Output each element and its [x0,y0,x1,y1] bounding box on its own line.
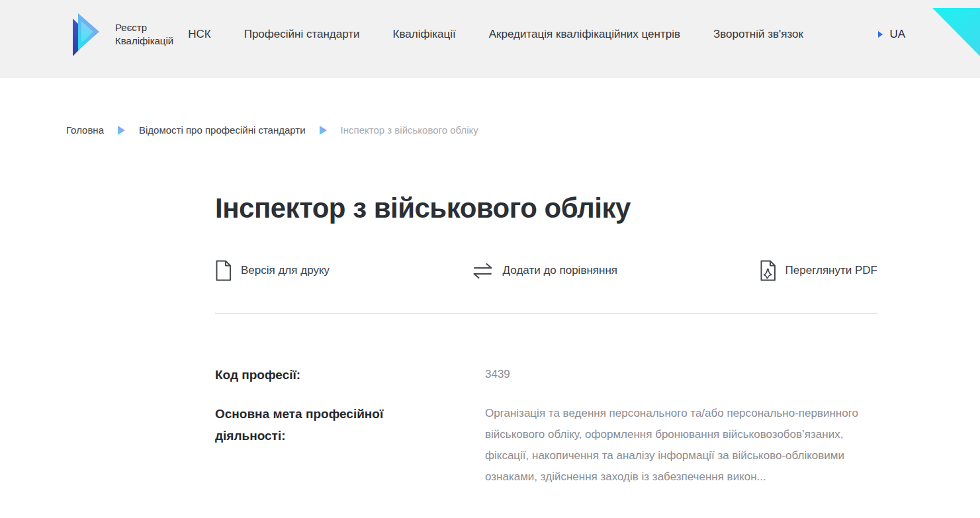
logo-title-line2: Кваліфікацій [115,34,173,48]
main-content: Інспектор з військового обліку Версія дл… [215,191,877,488]
field-value: Організація та ведення персонального та/… [485,403,877,488]
document-icon [215,260,232,281]
pdf-file-icon [760,260,776,281]
breadcrumb-item-home[interactable]: Головна [66,124,104,136]
add-to-compare-label: Додати до порівняння [503,264,617,277]
chevron-right-icon [878,31,883,38]
add-to-compare-button[interactable]: Додати до порівняння [472,263,617,279]
logo-title-line1: Реєстр [115,21,173,34]
nav-item-nsk[interactable]: НСК [188,28,210,41]
main-navigation: НСК Професійні стандарти Кваліфікації Ак… [188,28,803,41]
header-inner: Реєстр Кваліфікацій НСК Професійні станд… [0,0,980,69]
field-row-profession-code: Код професії: 3439 [215,364,877,386]
view-pdf-button[interactable]: Переглянути PDF [760,260,877,281]
field-row-main-purpose: Основна мета професійної діяльності: Орг… [215,403,877,488]
section-divider [215,313,877,314]
view-pdf-label: Переглянути PDF [785,264,877,277]
logo-icon [69,10,108,59]
logo[interactable]: Реєстр Кваліфікацій [69,10,173,59]
field-label: Основна мета професійної діяльності: [215,403,485,488]
site-header: Реєстр Кваліфікацій НСК Професійні станд… [0,0,980,78]
nav-item-accreditation[interactable]: Акредитація кваліфікаційних центрів [489,28,680,41]
breadcrumb-item-current: Інспектор з військового обліку [341,124,478,136]
print-version-label: Версія для друку [241,264,330,277]
field-value: 3439 [485,364,877,386]
logo-title: Реєстр Кваліфікацій [115,21,173,48]
breadcrumb-separator-icon [118,126,125,135]
standard-details: Код професії: 3439 Основна мета професій… [215,364,877,488]
print-version-button[interactable]: Версія для друку [215,260,330,281]
compare-arrows-icon [472,263,494,279]
nav-item-qualifications[interactable]: Кваліфікації [393,28,456,41]
field-label: Код професії: [215,364,485,386]
page-title: Інспектор з військового обліку [215,191,877,226]
language-code: UA [889,28,905,41]
breadcrumb: Головна Відомості про професійні стандар… [66,124,980,136]
breadcrumb-item-standards-list[interactable]: Відомості про професійні стандарти [139,124,306,136]
breadcrumb-separator-icon [320,126,327,135]
actions-row: Версія для друку Додати до порівняння Пе… [215,260,877,281]
nav-item-feedback[interactable]: Зворотній зв'язок [713,28,803,41]
nav-item-professional-standards[interactable]: Професійні стандарти [244,28,360,41]
language-selector[interactable]: UA [878,28,905,41]
